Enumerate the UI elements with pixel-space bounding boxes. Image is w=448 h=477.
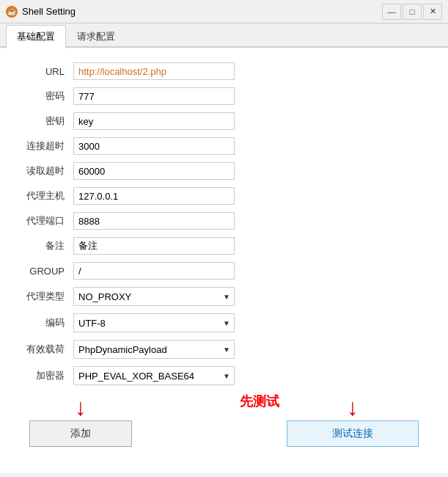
form-row-6: 代理端口 bbox=[22, 212, 426, 230]
select-row-2: 有效载荷PhpDynamicPayloadPhpEvalPayload▼ bbox=[22, 340, 426, 359]
select-有效载荷[interactable]: PhpDynamicPayloadPhpEvalPayload bbox=[73, 340, 235, 359]
input-读取超时[interactable] bbox=[73, 162, 235, 180]
select-加密器[interactable]: PHP_EVAL_XOR_BASE64PHP_XORPHP_BASE64 bbox=[73, 366, 235, 385]
title-bar: ☕ Shell Setting — □ ✕ bbox=[0, 0, 448, 23]
input-代理主机[interactable] bbox=[73, 187, 235, 205]
select-label-0: 代理类型 bbox=[22, 290, 73, 303]
input-代理端口[interactable] bbox=[73, 212, 235, 230]
input-url[interactable] bbox=[73, 62, 235, 80]
label-1: 密码 bbox=[22, 90, 73, 103]
input-备注[interactable] bbox=[73, 237, 235, 255]
hint-text: 先测试 bbox=[240, 393, 279, 410]
content-area: URL密码密钥连接超时读取超时代理主机代理端口备注GROUP 代理类型NO_PR… bbox=[0, 48, 448, 473]
test-wrapper: ↓ 测试连接 bbox=[287, 396, 419, 447]
select-label-2: 有效载荷 bbox=[22, 343, 73, 356]
select-代理类型[interactable]: NO_PROXYHTTPSOCKS5 bbox=[73, 287, 235, 306]
input-连接超时[interactable] bbox=[73, 137, 235, 155]
select-fields: 代理类型NO_PROXYHTTPSOCKS5▼编码UTF-8GBKGB2312▼… bbox=[22, 287, 426, 385]
input-group[interactable] bbox=[73, 262, 235, 280]
form-row-2: 密钥 bbox=[22, 112, 426, 130]
select-row-3: 加密器PHP_EVAL_XOR_BASE64PHP_XORPHP_BASE64▼ bbox=[22, 366, 426, 385]
test-button[interactable]: 测试连接 bbox=[287, 420, 419, 447]
label-2: 密钥 bbox=[22, 114, 73, 128]
form-row-3: 连接超时 bbox=[22, 137, 426, 155]
tab-basic-config[interactable]: 基础配置 bbox=[6, 25, 66, 49]
select-wrapper-1: UTF-8GBKGB2312▼ bbox=[73, 313, 235, 332]
label-5: 代理主机 bbox=[22, 189, 73, 203]
label-4: 读取超时 bbox=[22, 164, 73, 178]
add-wrapper: ↓ 添加 bbox=[29, 396, 132, 447]
select-row-0: 代理类型NO_PROXYHTTPSOCKS5▼ bbox=[22, 287, 426, 306]
select-label-3: 加密器 bbox=[22, 369, 73, 382]
window-title: Shell Setting bbox=[22, 6, 76, 17]
label-6: 代理端口 bbox=[22, 214, 73, 227]
form-row-7: 备注 bbox=[22, 237, 426, 255]
buttons-container: 先测试 ↓ 添加 ↓ 测试连接 bbox=[22, 396, 426, 447]
form-row-5: 代理主机 bbox=[22, 187, 426, 205]
input-密钥[interactable] bbox=[73, 112, 235, 130]
close-button[interactable]: ✕ bbox=[423, 4, 442, 20]
select-label-1: 编码 bbox=[22, 316, 73, 329]
select-wrapper-2: PhpDynamicPayloadPhpEvalPayload▼ bbox=[73, 340, 235, 359]
form-row-0: URL bbox=[22, 62, 426, 80]
tab-request-config[interactable]: 请求配置 bbox=[66, 25, 126, 48]
form-row-8: GROUP bbox=[22, 262, 426, 280]
window-controls: — □ ✕ bbox=[382, 4, 442, 20]
arrow-down-left: ↓ bbox=[75, 396, 87, 419]
select-row-1: 编码UTF-8GBKGB2312▼ bbox=[22, 313, 426, 332]
label-3: 连接超时 bbox=[22, 139, 73, 153]
arrow-down-right: ↓ bbox=[347, 396, 359, 419]
maximize-button[interactable]: □ bbox=[403, 4, 422, 20]
select-wrapper-3: PHP_EVAL_XOR_BASE64PHP_XORPHP_BASE64▼ bbox=[73, 366, 235, 385]
label-7: 备注 bbox=[22, 239, 73, 252]
minimize-button[interactable]: — bbox=[382, 4, 401, 20]
label-8: GROUP bbox=[22, 266, 73, 277]
app-icon: ☕ bbox=[6, 6, 18, 18]
form-row-4: 读取超时 bbox=[22, 162, 426, 180]
label-0: URL bbox=[22, 66, 73, 77]
add-button[interactable]: 添加 bbox=[29, 420, 132, 447]
text-fields: URL密码密钥连接超时读取超时代理主机代理端口备注GROUP bbox=[22, 62, 426, 280]
select-编码[interactable]: UTF-8GBKGB2312 bbox=[73, 313, 235, 332]
form-row-1: 密码 bbox=[22, 87, 426, 105]
select-wrapper-0: NO_PROXYHTTPSOCKS5▼ bbox=[73, 287, 235, 306]
input-密码[interactable] bbox=[73, 87, 235, 105]
title-bar-left: ☕ Shell Setting bbox=[6, 6, 76, 18]
tabs-bar: 基础配置 请求配置 bbox=[0, 23, 448, 48]
